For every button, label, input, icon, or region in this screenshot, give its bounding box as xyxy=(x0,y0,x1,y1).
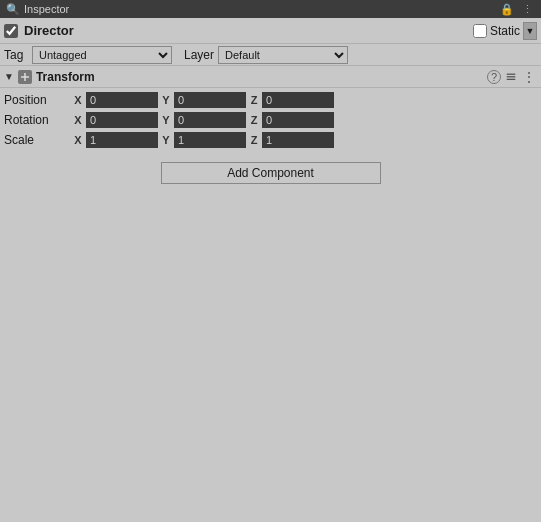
inspector-titlebar: 🔍 Inspector 🔒 ⋮ xyxy=(0,0,541,18)
inspector-title: Inspector xyxy=(24,3,69,15)
position-x-input[interactable] xyxy=(86,92,158,108)
position-label: Position xyxy=(4,93,72,107)
position-row: Position X Y Z xyxy=(0,90,541,110)
scale-z-label: Z xyxy=(248,134,260,146)
rotation-z-label: Z xyxy=(248,114,260,126)
svg-rect-2 xyxy=(507,76,516,77)
scale-z-input[interactable] xyxy=(262,132,334,148)
position-y-input[interactable] xyxy=(174,92,246,108)
layer-label: Layer xyxy=(184,48,214,62)
transform-arrow[interactable]: ▼ xyxy=(4,71,14,82)
rotation-y-input[interactable] xyxy=(174,112,246,128)
add-component-area: Add Component xyxy=(0,152,541,194)
gameobject-enabled-checkbox[interactable] xyxy=(4,24,18,38)
scale-x-input[interactable] xyxy=(86,132,158,148)
position-y-label: Y xyxy=(160,94,172,106)
transform-icon xyxy=(18,70,32,84)
rotation-x-input[interactable] xyxy=(86,112,158,128)
svg-rect-4 xyxy=(507,78,516,79)
tag-select[interactable]: Untagged xyxy=(32,46,172,64)
titlebar-menu-icon[interactable]: ⋮ xyxy=(520,3,535,16)
scale-y-label: Y xyxy=(160,134,172,146)
tag-label: Tag xyxy=(4,48,28,62)
static-row: Static ▼ xyxy=(473,22,537,40)
rotation-y-label: Y xyxy=(160,114,172,126)
rotation-label: Rotation xyxy=(4,113,72,127)
transform-menu-icon[interactable]: ⋮ xyxy=(521,69,537,85)
scale-x-label: X xyxy=(72,134,84,146)
gameobject-name-input[interactable] xyxy=(22,22,469,40)
add-component-button[interactable]: Add Component xyxy=(161,162,381,184)
position-xyz-group: X Y Z xyxy=(72,92,334,108)
inspector-icon: 🔍 xyxy=(6,3,20,16)
transform-settings-icon[interactable] xyxy=(503,69,519,85)
position-z-input[interactable] xyxy=(262,92,334,108)
lock-icon[interactable]: 🔒 xyxy=(498,3,516,16)
scale-row: Scale X Y Z xyxy=(0,130,541,150)
position-z-label: Z xyxy=(248,94,260,106)
tag-layer-row: Tag Untagged Layer Default xyxy=(0,44,541,66)
layer-select[interactable]: Default xyxy=(218,46,348,64)
rotation-xyz-group: X Y Z xyxy=(72,112,334,128)
inspector-body: Static ▼ Tag Untagged Layer Default ▼ Tr… xyxy=(0,18,541,522)
static-dropdown-button[interactable]: ▼ xyxy=(523,22,537,40)
static-label: Static xyxy=(490,24,520,38)
position-x-label: X xyxy=(72,94,84,106)
rotation-row: Rotation X Y Z xyxy=(0,110,541,130)
transform-title: Transform xyxy=(36,70,483,84)
transform-component-header: ▼ Transform ? ⋮ xyxy=(0,66,541,88)
transform-header-buttons: ? ⋮ xyxy=(487,69,537,85)
scale-xyz-group: X Y Z xyxy=(72,132,334,148)
transform-help-icon[interactable]: ? xyxy=(487,70,501,84)
rotation-z-input[interactable] xyxy=(262,112,334,128)
gameobject-row: Static ▼ xyxy=(0,18,541,44)
rotation-x-label: X xyxy=(72,114,84,126)
scale-label: Scale xyxy=(4,133,72,147)
scale-y-input[interactable] xyxy=(174,132,246,148)
transform-fields: Position X Y Z Rotation X Y Z xyxy=(0,88,541,152)
static-checkbox[interactable] xyxy=(473,24,487,38)
svg-rect-3 xyxy=(507,73,516,74)
